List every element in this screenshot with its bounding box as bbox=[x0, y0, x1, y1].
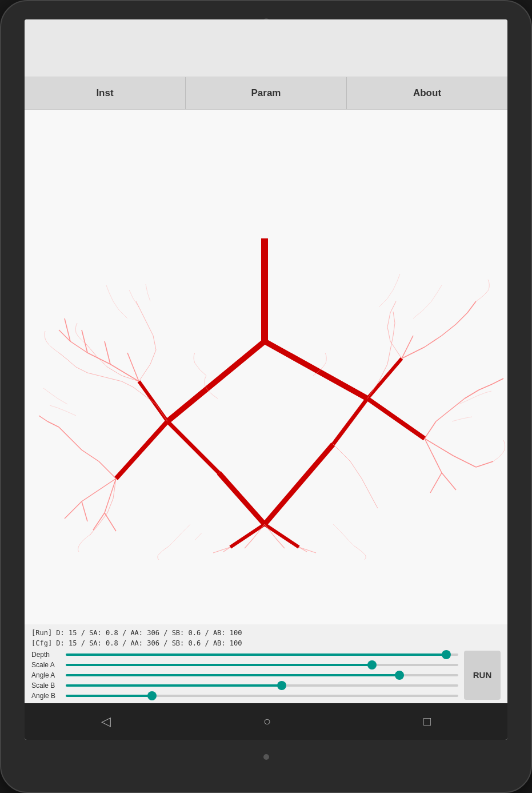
depth-fill bbox=[66, 653, 446, 656]
run-button[interactable]: RUN bbox=[464, 651, 501, 700]
run-status: [Run] D: 15 / SA: 0.8 / AA: 306 / SB: 0.… bbox=[31, 628, 501, 638]
angle-a-slider-row: Angle A bbox=[31, 671, 458, 679]
cfg-status: [Cfg] D: 15 / SA: 0.8 / AA: 306 / SB: 0.… bbox=[31, 638, 501, 648]
tablet-bottom bbox=[263, 740, 269, 774]
controls-area: [Run] D: 15 / SA: 0.8 / AA: 306 / SB: 0.… bbox=[25, 624, 507, 703]
angle-a-fill bbox=[66, 674, 399, 676]
angle-a-thumb[interactable] bbox=[395, 671, 404, 680]
scale-b-slider-row: Scale B bbox=[31, 682, 458, 690]
angle-b-label: Angle B bbox=[31, 692, 61, 700]
tab-about[interactable]: About bbox=[347, 77, 507, 109]
depth-slider-row: Depth bbox=[31, 651, 458, 659]
home-dot-indicator bbox=[263, 754, 269, 760]
angle-b-thumb[interactable] bbox=[147, 691, 157, 700]
scale-b-thumb[interactable] bbox=[277, 681, 286, 690]
angle-a-label: Angle A bbox=[31, 671, 61, 679]
scale-a-label: Scale A bbox=[31, 661, 61, 669]
fractal-svg bbox=[25, 110, 507, 624]
scale-a-slider-row: Scale A bbox=[31, 661, 458, 669]
tablet-screen: Inst Param About bbox=[25, 19, 507, 740]
angle-b-slider-row: Angle B bbox=[31, 692, 458, 700]
nav-tabs: Inst Param About bbox=[25, 77, 507, 110]
home-button[interactable]: ○ bbox=[263, 714, 271, 729]
scale-a-fill bbox=[66, 664, 372, 666]
svg-rect-0 bbox=[25, 181, 507, 553]
scale-a-track[interactable] bbox=[66, 664, 458, 666]
sliders-row: Depth Scale A bbox=[31, 651, 501, 700]
angle-b-fill bbox=[66, 695, 152, 697]
angle-b-track[interactable] bbox=[66, 695, 458, 697]
recent-button[interactable]: □ bbox=[423, 714, 431, 729]
status-bar-area bbox=[25, 19, 507, 77]
angle-a-track[interactable] bbox=[66, 674, 458, 676]
sliders-container: Depth Scale A bbox=[31, 651, 464, 700]
tab-inst[interactable]: Inst bbox=[25, 77, 186, 109]
scale-b-track[interactable] bbox=[66, 684, 458, 687]
scale-b-label: Scale B bbox=[31, 682, 61, 690]
depth-track[interactable] bbox=[66, 653, 458, 656]
tab-param[interactable]: Param bbox=[186, 77, 347, 109]
scale-b-fill bbox=[66, 684, 282, 687]
android-nav-bar: ◁ ○ □ bbox=[25, 703, 507, 740]
scale-a-thumb[interactable] bbox=[367, 660, 377, 670]
back-button[interactable]: ◁ bbox=[101, 714, 111, 729]
depth-label: Depth bbox=[31, 651, 61, 659]
depth-thumb[interactable] bbox=[442, 650, 451, 659]
fractal-canvas[interactable] bbox=[25, 110, 507, 624]
tablet-device: Inst Param About bbox=[0, 0, 532, 793]
